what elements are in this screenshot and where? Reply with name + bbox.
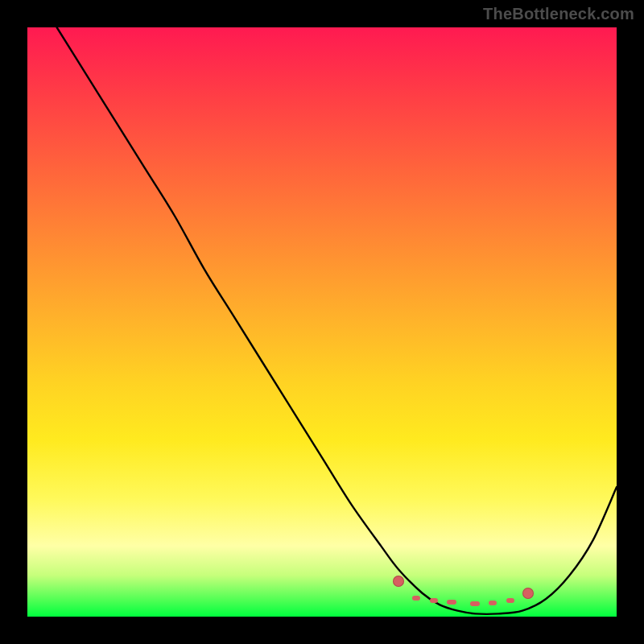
highlight-dash (489, 601, 497, 605)
attribution-text: TheBottleneck.com (483, 5, 634, 23)
optimal-range-markers (27, 27, 617, 617)
highlight-dash (506, 598, 514, 603)
highlight-dash (412, 596, 420, 601)
highlight-dash (430, 598, 438, 603)
highlight-dash (447, 600, 456, 605)
highlight-dash (470, 601, 480, 606)
highlight-dot (393, 576, 404, 587)
highlight-dot (522, 588, 534, 599)
plot-area (27, 27, 617, 617)
chart-container: TheBottleneck.com (0, 0, 644, 644)
